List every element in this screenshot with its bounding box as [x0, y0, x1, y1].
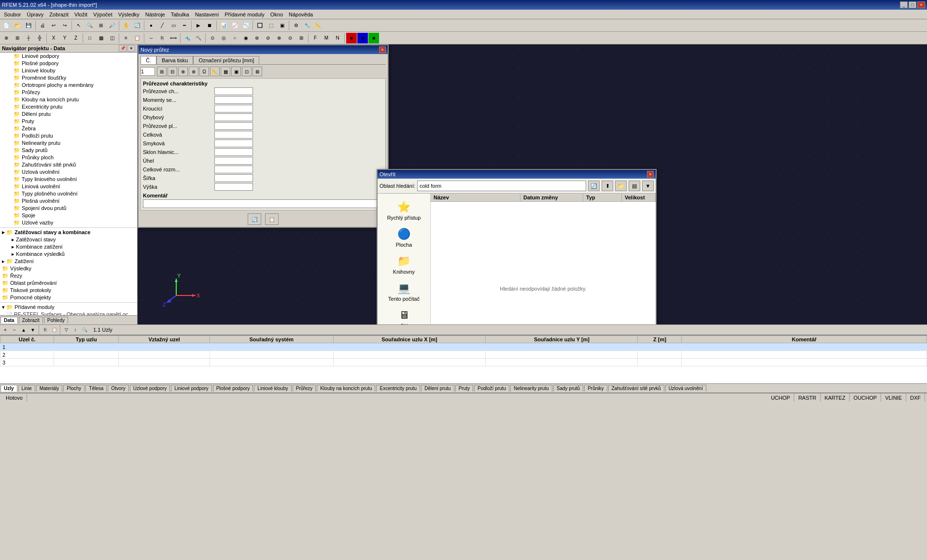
- tb2-snap5[interactable]: ⊛: [252, 33, 262, 43]
- cell-2-y[interactable]: [486, 351, 638, 359]
- tb-open[interactable]: 📂: [12, 20, 23, 31]
- tb-view3[interactable]: ▣: [277, 20, 287, 31]
- th-y[interactable]: Souřadnice uzlu Y [m]: [486, 336, 638, 343]
- nav-item-podlozi[interactable]: 📁 Podloží prutu: [0, 132, 137, 140]
- prurez-komentar-input[interactable]: [143, 199, 383, 208]
- nav-item-typy-linioveho[interactable]: 📁 Typy liniového uvolnění: [0, 176, 137, 183]
- prurez-btn-2[interactable]: 📋: [265, 213, 279, 225]
- prurez-icon-10[interactable]: ⊠: [253, 67, 262, 76]
- cell-3-komentar[interactable]: [682, 359, 927, 366]
- btb-dn[interactable]: ▼: [28, 325, 37, 334]
- nav-item-sady[interactable]: 📁 Sady prutů: [0, 147, 137, 154]
- nav-item-vysledky[interactable]: 📁 Výsledky: [0, 265, 137, 272]
- prurez-sklon-input[interactable]: [214, 148, 253, 156]
- nav-item-spoje[interactable]: 📁 Spoje: [0, 212, 137, 219]
- tb-extra1[interactable]: ⚙: [291, 20, 301, 31]
- tb2-props[interactable]: 📋: [132, 33, 142, 43]
- th-komentar[interactable]: Komentář: [682, 336, 927, 343]
- nav-tab-zobrazit[interactable]: Zobrazit: [19, 317, 43, 323]
- btb-paste[interactable]: 📋: [50, 325, 58, 334]
- btb-sort[interactable]: ↕: [71, 325, 80, 334]
- menu-upravy[interactable]: Úpravy: [24, 11, 46, 18]
- prurez-icon-6[interactable]: 📐: [210, 67, 220, 76]
- otevrit-close-btn[interactable]: ×: [647, 171, 654, 178]
- tb-line[interactable]: ╱: [157, 20, 168, 31]
- nav-item-liniova-uvolneni[interactable]: 📁 Liniová uvolnění: [0, 183, 137, 190]
- btb-del[interactable]: −: [10, 325, 19, 334]
- th-typ[interactable]: Typ uzlu: [54, 336, 119, 343]
- th-vztazny[interactable]: Vztažný uzel: [119, 336, 210, 343]
- btb-find[interactable]: 🔍: [80, 325, 89, 334]
- col-size[interactable]: Velikost: [622, 194, 656, 201]
- otevrit-view-btn[interactable]: ▤: [629, 181, 640, 191]
- cell-3-typ[interactable]: [54, 359, 119, 366]
- menu-okno[interactable]: Okno: [267, 11, 286, 18]
- tb2-f3[interactable]: N: [332, 33, 343, 43]
- tb-rotate[interactable]: 🔄: [132, 20, 142, 31]
- otevrit-dialog[interactable]: Otevřít × Oblast hledání: 🔄 ⬆ 📁 ▤ ▼: [377, 169, 657, 324]
- tb2-snap1[interactable]: ⊙: [207, 33, 218, 43]
- status-vlinie[interactable]: VLINIE: [881, 393, 906, 402]
- status-uchop[interactable]: UCHOP: [767, 393, 795, 402]
- nav-item-rezy[interactable]: 📁 Řezy: [0, 272, 137, 280]
- prurez-pl-input[interactable]: [214, 122, 253, 130]
- nav-addon-0[interactable]: 📄 RF-STEEL Surfaces - Obecná analýza nap…: [0, 311, 137, 315]
- tb2-snap3[interactable]: ○: [229, 33, 240, 43]
- col-date[interactable]: Datum změny: [520, 194, 583, 201]
- tb-view2[interactable]: ⬚: [266, 20, 276, 31]
- cell-1-num[interactable]: 1: [0, 343, 54, 351]
- tb-extra2[interactable]: 🔧: [302, 20, 312, 31]
- tab-prurezy[interactable]: Průřezy: [293, 385, 316, 392]
- menu-tabulka[interactable]: Tabulka: [168, 11, 192, 18]
- tab-uzly[interactable]: Uzly: [0, 385, 17, 392]
- cell-3-souradny[interactable]: [210, 359, 334, 366]
- tb-undo[interactable]: ↩: [48, 20, 59, 31]
- cell-1-y[interactable]: [486, 343, 638, 351]
- tb2-snap4[interactable]: ◉: [240, 33, 251, 43]
- prurez-icon-4[interactable]: ⊗: [189, 67, 198, 76]
- navigator-tree[interactable]: 📁 Liniové podpory 📁 Plošné podpory 📁 Lin…: [0, 53, 137, 315]
- tab-plochy[interactable]: Plochy: [63, 385, 84, 392]
- menu-napoveda[interactable]: Nápověda: [286, 11, 316, 18]
- cell-1-z[interactable]: [638, 343, 682, 351]
- btb-filter[interactable]: ▽: [62, 325, 70, 334]
- cell-1-x[interactable]: [333, 343, 486, 351]
- otevrit-sidebar-pocitac[interactable]: 💻 Tento počítač: [379, 279, 428, 305]
- prurez-dialog[interactable]: Nový průřez × Č. Barva tisku Označení pr…: [138, 44, 389, 228]
- menu-vypocet[interactable]: Výpočet: [90, 11, 115, 18]
- nav-item-deleni[interactable]: 📁 Dělení prutu: [0, 111, 137, 118]
- prurez-momenty-input[interactable]: [214, 96, 253, 104]
- nav-item-ortotropni[interactable]: 📁 Ortotropní plochy a membrány: [0, 82, 137, 89]
- cell-2-x[interactable]: [333, 351, 486, 359]
- maximize-btn[interactable]: □: [909, 1, 916, 8]
- nav-pin-btn[interactable]: 📌: [119, 45, 126, 52]
- menu-vlozit[interactable]: Vložit: [71, 11, 90, 18]
- tab-plosne-podpory[interactable]: Plošné podpory: [213, 385, 253, 392]
- menu-zobrazit[interactable]: Zobrazit: [46, 11, 71, 18]
- tb2-snap9[interactable]: ⊞: [296, 33, 307, 43]
- nav-item-zatezovaci-stavy[interactable]: ▸ Zatěžovací stavy: [0, 236, 137, 243]
- tb-zoom-all[interactable]: ⊞: [96, 20, 106, 31]
- nav-item-pruniky[interactable]: 📁 Průniky ploch: [0, 154, 137, 161]
- nav-item-kombinace-zatizeni[interactable]: ▸ Kombinace zatížení: [0, 243, 137, 251]
- prurez-vyska-input[interactable]: [214, 183, 253, 191]
- otevrit-up-btn[interactable]: ⬆: [602, 181, 613, 191]
- tab-pruniky[interactable]: Průniky: [584, 385, 607, 392]
- otevrit-sidebar-quickaccess[interactable]: ⭐ Rychlý přístup: [379, 197, 428, 224]
- tb2-color2[interactable]: ■: [357, 33, 368, 43]
- nav-item-tiskove[interactable]: 📁 Tiskové protokoly: [0, 287, 137, 294]
- prurez-ohybovy-input[interactable]: [214, 113, 253, 121]
- cell-2-typ[interactable]: [54, 351, 119, 359]
- tb2-snap7[interactable]: ⊗: [274, 33, 284, 43]
- tb2-m1[interactable]: 🔩: [182, 33, 193, 43]
- tb-run[interactable]: ▶: [193, 20, 204, 31]
- cell-2-num[interactable]: 2: [0, 351, 54, 359]
- prurez-celkroze-input[interactable]: [214, 166, 253, 173]
- otevrit-newfolder-btn[interactable]: 📁: [615, 181, 627, 191]
- col-type[interactable]: Typ: [583, 194, 622, 201]
- prurez-num-input[interactable]: [140, 67, 155, 76]
- menu-pridavne[interactable]: Přídavné moduly: [222, 11, 267, 18]
- nav-item-spojeni[interactable]: 📁 Spojení dvou prutů: [0, 205, 137, 212]
- nav-item-excentricity[interactable]: 📁 Excentricity prutu: [0, 103, 137, 111]
- prurez-tab-0[interactable]: Č.: [140, 56, 156, 64]
